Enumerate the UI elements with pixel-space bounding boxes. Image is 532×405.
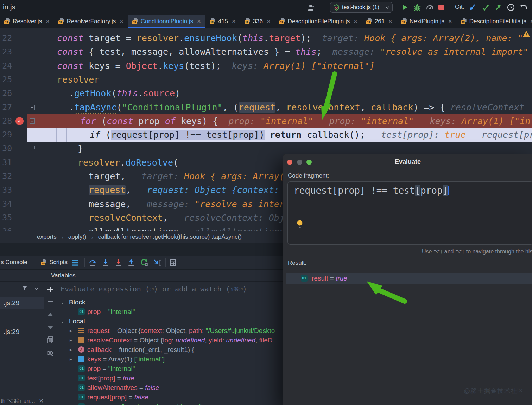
editor-tab-descriptionfileutils-js[interactable]: JSDescriptionFileUtils.js✕	[457, 15, 532, 28]
tab-scripts[interactable]: Scripts	[49, 259, 68, 266]
close-icon[interactable]: ✕	[39, 398, 43, 404]
code-line-25[interactable]: 25resolver	[0, 73, 532, 86]
code-line-29[interactable]: 29if (request[prop] !== test[prop]) retu…	[0, 128, 532, 142]
breadcrumb-item[interactable]: callback for resolver .getHook(this.sour…	[98, 233, 242, 240]
code-fragment-input[interactable]: request[prop] !== test[prop]	[287, 181, 532, 245]
evaluate-result-row[interactable]: 01 result = true	[286, 273, 532, 284]
code-line-26[interactable]: 26.getHook(this.source)	[0, 86, 532, 100]
code-line-28[interactable]: 28✓−for (const prop of keys) { prop: "in…	[0, 114, 532, 128]
editor-tab-descriptionfileplugin-js[interactable]: JSDescriptionFilePlugin.js✕	[275, 15, 362, 28]
fold-marker[interactable]: −	[30, 118, 35, 124]
fold-marker[interactable]: −	[30, 105, 35, 110]
history-icon[interactable]	[507, 3, 515, 12]
tab-close-icon[interactable]: ✕	[353, 18, 358, 25]
step-over-icon[interactable]	[89, 258, 97, 267]
push-icon[interactable]	[494, 3, 502, 12]
variable-row[interactable]: ⌄Local	[56, 316, 283, 326]
account-icon[interactable]	[307, 3, 315, 12]
tab-close-icon[interactable]: ✕	[530, 18, 532, 25]
rollback-icon[interactable]	[519, 3, 528, 12]
variable-text: resolveContext = Object {log: undefined,…	[87, 335, 273, 345]
move-up-icon[interactable]	[46, 311, 55, 319]
chevron-right-icon[interactable]: ▸	[70, 335, 72, 345]
tab-close-icon[interactable]: ✕	[266, 18, 271, 25]
debug-button[interactable]	[413, 3, 422, 12]
history-hint: Use ⌥↓ and ⌥↑ to navigate through the hi…	[422, 248, 532, 255]
tab-close-icon[interactable]: ✕	[45, 18, 50, 25]
chevron-down-icon[interactable]: ⌄	[61, 297, 64, 307]
watch-visibility-icon[interactable]	[46, 349, 55, 358]
dialog-titlebar[interactable]: Evaluate	[283, 154, 532, 170]
fold-marker[interactable]	[30, 146, 35, 151]
chevron-right-icon[interactable]: ▸	[70, 354, 72, 364]
breadcrumb-item[interactable]: exports	[37, 233, 57, 240]
tab-close-icon[interactable]: ✕	[197, 18, 201, 25]
remove-watch-icon[interactable]	[46, 297, 55, 306]
tab-close-icon[interactable]: ✕	[119, 18, 124, 25]
line-number: 31	[1, 156, 12, 169]
variable-row[interactable]: ▸resolveContext = Object {log: undefined…	[56, 335, 283, 345]
variable-row[interactable]: ▸request = Object {context: Object, path…	[56, 326, 283, 335]
view-options-icon[interactable]	[71, 258, 80, 267]
filter-icon[interactable]	[21, 285, 28, 292]
editor-tab-415[interactable]: JS415✕	[205, 15, 240, 28]
variable-row[interactable]: 01allowAlternatives = false	[56, 383, 283, 392]
force-step-into-icon[interactable]	[115, 258, 123, 267]
editor-tab-resolverfactory-js[interactable]: JSResolverFactory.js✕	[54, 15, 128, 28]
chevron-right-icon[interactable]: ▸	[70, 345, 72, 354]
primitive-icon: 01	[78, 384, 85, 391]
stop-button[interactable]	[438, 5, 444, 10]
editor-tab-conditionalplugin-js[interactable]: JSConditionalPlugin.js✕	[128, 15, 205, 28]
add-watch-icon[interactable]	[46, 285, 55, 294]
toolbar-divider	[165, 258, 166, 267]
intention-bulb-icon[interactable]	[296, 220, 304, 229]
tab-close-icon[interactable]: ✕	[388, 18, 393, 25]
chevron-down-icon	[385, 5, 390, 9]
code-line-22[interactable]: 22const target = resolver.ensureHook(thi…	[0, 31, 532, 45]
tab-close-icon[interactable]: ✕	[448, 18, 452, 25]
line-number: 28	[1, 114, 12, 128]
chevron-down-icon[interactable]: ⌄	[61, 316, 64, 326]
variable-row[interactable]: 01prop = "internal"	[56, 364, 283, 373]
line-number: 26	[1, 86, 12, 100]
js-file-icon: JS	[132, 18, 138, 24]
editor-tab-nextplugin-js[interactable]: JSNextPlugin.js✕	[397, 15, 457, 28]
variable-row[interactable]: 01test[prop] = true	[56, 373, 283, 383]
run-to-cursor-icon[interactable]	[153, 258, 162, 267]
update-project-icon[interactable]	[469, 3, 477, 12]
run-button[interactable]	[400, 3, 409, 12]
breadcrumb-item[interactable]: apply()	[68, 233, 87, 240]
tab-close-icon[interactable]: ✕	[232, 18, 236, 25]
variable-row[interactable]: ▸keys = Array(1) ["internal"]	[56, 354, 283, 364]
variable-row[interactable]: ⌄Block	[56, 297, 283, 307]
code-line-27[interactable]: 27−.tapAsync("ConditionalPlugin", (reque…	[0, 101, 532, 114]
variable-text: keys = Array(1) ["internal"]	[87, 354, 165, 364]
code-line-23[interactable]: 23const { test, message, allowAlternativ…	[0, 45, 532, 59]
tab-process-console[interactable]: s Console	[1, 259, 27, 266]
evaluate-expression-icon[interactable]	[169, 258, 177, 267]
variable-row[interactable]: 01message = "resolve as internal import"	[56, 402, 283, 405]
chevron-right-icon[interactable]: ▸	[70, 326, 72, 335]
variable-row[interactable]: ▸λcallback = function(_err1, _result1) {	[56, 345, 283, 354]
inspection-warning-icon[interactable]: !	[522, 30, 531, 38]
run-configuration-select[interactable]: ✕ test-hook.js (1)	[330, 2, 393, 13]
step-out-icon[interactable]	[127, 258, 136, 267]
editor-tab-261[interactable]: JS261✕	[362, 15, 397, 28]
frame-item[interactable]: .js:29	[0, 326, 44, 338]
copy-icon[interactable]	[46, 336, 55, 344]
chevron-down-icon[interactable]	[34, 287, 39, 291]
editor-tab-336[interactable]: JS336✕	[240, 15, 275, 28]
code-line-24[interactable]: 24const keys = Object.keys(test); keys: …	[0, 59, 532, 73]
reset-frame-icon[interactable]	[140, 258, 148, 267]
editor-tab-resolver-js[interactable]: JSResolver.js✕	[0, 15, 54, 28]
variable-row[interactable]: 01request[prop] = false	[56, 392, 283, 402]
watch-input[interactable]: Evaluate expression (⏎) or add a watch (…	[56, 283, 283, 295]
step-into-icon[interactable]	[102, 258, 110, 267]
profiler-button[interactable]	[426, 3, 434, 12]
js-file-icon: JS	[41, 259, 47, 265]
move-down-icon[interactable]	[46, 323, 55, 332]
variable-row[interactable]: 01prop = "internal"	[56, 307, 283, 316]
commit-icon[interactable]	[481, 3, 490, 12]
frame-item[interactable]: .js:29	[0, 297, 44, 309]
breakpoint-icon[interactable]: ✓	[15, 117, 24, 125]
